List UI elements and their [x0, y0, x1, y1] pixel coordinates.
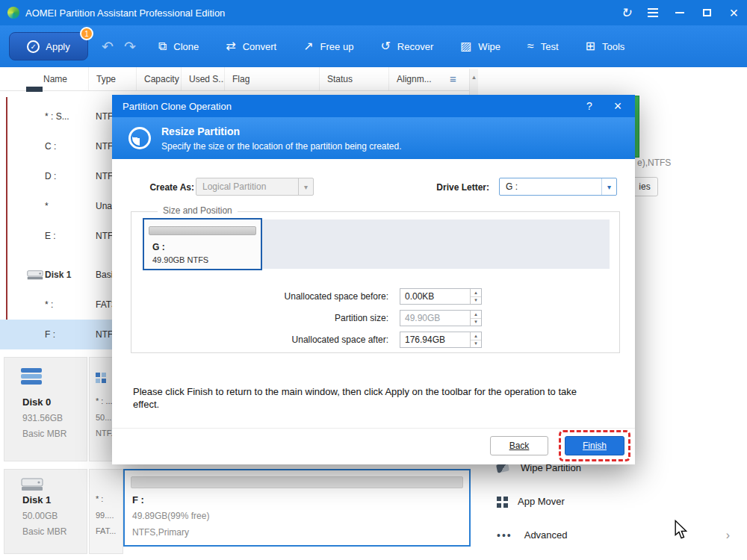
table-header: Name Type Capacity Used S... Flag Status… — [0, 67, 478, 91]
f-size: 49.89GB(99% free) — [132, 511, 209, 521]
minimize-icon[interactable] — [666, 0, 693, 25]
app-logo-icon — [7, 7, 19, 19]
spinner-up-icon[interactable] — [471, 332, 481, 340]
row-name: * : — [0, 299, 88, 310]
disk1-panel[interactable]: Disk 1 50.00GB Basic MBR — [4, 469, 87, 554]
spinner-buttons[interactable] — [470, 289, 481, 304]
column-alignment[interactable]: Alignm... — [388, 67, 447, 90]
column-status[interactable]: Status — [319, 67, 388, 90]
field-row: Unallocated space before: — [131, 288, 621, 305]
clone-label: Clone — [173, 41, 199, 52]
partition-info-clipped: e),NTFS — [637, 158, 671, 168]
disk0-icon — [21, 368, 42, 386]
disk0-panel[interactable]: Disk 0 931.56GB Basic MBR — [4, 357, 87, 461]
partition-icon — [96, 373, 100, 377]
wipe-label: Wipe — [478, 41, 500, 52]
refresh-icon[interactable] — [613, 0, 639, 25]
disk-icon — [27, 270, 43, 281]
disk0-size: 931.56GB — [22, 413, 63, 423]
toolbar-tools[interactable]: Tools — [586, 40, 625, 52]
apply-button[interactable]: Apply 1 — [9, 32, 88, 60]
dialog-separator — [112, 428, 635, 429]
spinner-up-icon[interactable] — [471, 311, 481, 318]
freeup-label: Free up — [320, 41, 354, 52]
drive-letter-dropdown[interactable]: G : — [499, 178, 617, 196]
recover-label: Recover — [397, 41, 433, 52]
column-used-space[interactable]: Used S... — [181, 67, 224, 90]
redo-icon[interactable] — [124, 38, 136, 55]
unallocated-before-input[interactable] — [400, 289, 470, 304]
create-as-value: Logical Partition — [196, 181, 298, 192]
ellipsis-icon — [497, 529, 512, 541]
dialog-close-icon[interactable] — [608, 95, 627, 117]
spinner-down-icon[interactable] — [471, 296, 481, 305]
test-icon — [527, 40, 534, 52]
chevron-down-icon — [298, 178, 313, 195]
menu-app-mover[interactable]: App Mover — [489, 485, 743, 518]
mouse-cursor — [674, 520, 687, 539]
partition-f-cell-selected[interactable]: F : 49.89GB(99% free) NTFS,Primary — [123, 469, 471, 547]
unallocated-after-spinner — [400, 332, 482, 348]
toolbar-free-up[interactable]: Free up — [303, 40, 353, 52]
spinner-down-icon[interactable] — [471, 340, 481, 348]
partition-size-box[interactable]: G : 49.90GB NTFS — [143, 218, 262, 270]
back-button[interactable]: Back — [490, 436, 548, 455]
apply-badge: 1 — [80, 27, 93, 40]
undo-icon[interactable] — [102, 38, 114, 55]
maximize-icon[interactable] — [693, 0, 720, 25]
unallocated-after-label: Unallocated space after: — [176, 335, 388, 345]
partition-info: 49.90GB NTFS — [152, 255, 208, 264]
help-icon[interactable] — [580, 95, 599, 117]
spinner-buttons[interactable] — [470, 332, 481, 347]
disk1-partition-cell[interactable]: * : 99.... FAT... — [89, 469, 123, 554]
row-name: E : — [0, 231, 88, 241]
dialog-title-bar[interactable]: Partition Clone Operation — [112, 95, 635, 117]
resize-handle[interactable] — [149, 226, 256, 235]
disk1-style: Basic MBR — [22, 526, 66, 537]
menu-icon[interactable] — [639, 0, 666, 25]
window-title: AOMEI Partition Assistant Professional E… — [25, 7, 225, 19]
menu-label: App Mover — [518, 496, 565, 507]
toolbar-clone[interactable]: Clone — [158, 40, 199, 52]
toolbar-test[interactable]: Test — [527, 40, 559, 52]
column-type[interactable]: Type — [88, 67, 136, 90]
close-icon[interactable] — [720, 0, 747, 25]
dialog-header-title: Resize Partition — [161, 125, 240, 137]
finish-button[interactable]: Finish — [565, 436, 624, 455]
column-name[interactable]: Name — [0, 67, 88, 90]
convert-label: Convert — [243, 41, 277, 52]
recover-icon — [380, 40, 390, 52]
toolbar-wipe[interactable]: Wipe — [460, 40, 500, 52]
drive-letter-value: G : — [500, 181, 601, 192]
row-name: Disk 1 — [0, 270, 88, 280]
toolbar-recover[interactable]: Recover — [380, 40, 433, 52]
toolbar-convert[interactable]: Convert — [226, 40, 276, 52]
create-as-dropdown: Logical Partition — [196, 178, 314, 196]
window-controls — [613, 0, 747, 25]
column-flag[interactable]: Flag — [224, 67, 319, 90]
part-name: * : ... — [96, 396, 113, 405]
list-view-icon[interactable] — [450, 72, 456, 85]
menu-advanced[interactable]: Advanced — [489, 518, 743, 552]
column-capacity[interactable]: Capacity — [136, 67, 181, 90]
partition-usage-bar — [131, 476, 463, 488]
spinner-down-icon[interactable] — [471, 318, 481, 326]
spinner-up-icon[interactable] — [471, 289, 481, 296]
title-bar: AOMEI Partition Assistant Professional E… — [0, 0, 747, 25]
f-name: F : — [132, 494, 144, 505]
tools-icon — [586, 40, 595, 52]
spinner-buttons[interactable] — [470, 311, 481, 326]
group-title: Size and Position — [158, 205, 238, 216]
part-fs: FAT... — [96, 526, 116, 535]
partition-size-input[interactable] — [400, 311, 470, 326]
convert-icon — [226, 40, 235, 52]
unallocated-after-input[interactable] — [400, 332, 470, 347]
dialog-header-subtitle: Specify the size or the location of the … — [161, 141, 402, 152]
main-toolbar: Apply 1 Clone Convert Free up Recover — [0, 25, 747, 67]
properties-button-clipped[interactable]: ies — [631, 177, 658, 196]
create-as-label: Create As: — [127, 182, 194, 193]
partition-name: G : — [152, 242, 165, 252]
toolbar-items: Clone Convert Free up Recover Wipe Test — [158, 40, 625, 52]
instruction-note: Please click Finish to return to the mai… — [133, 385, 604, 411]
size-position-group: Size and Position G : 49.90GB NTFS Unall… — [131, 211, 620, 353]
